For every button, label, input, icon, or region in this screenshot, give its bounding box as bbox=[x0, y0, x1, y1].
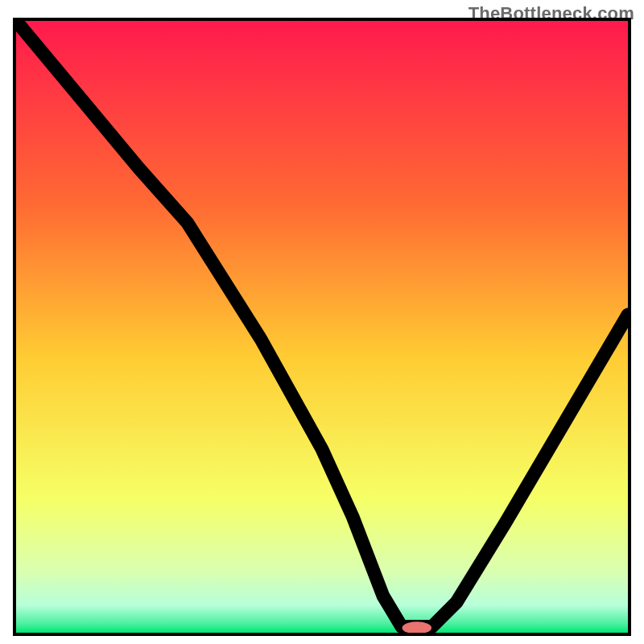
chart-frame bbox=[13, 18, 631, 636]
chart-stage: TheBottleneck.com bbox=[0, 0, 644, 644]
chart-svg bbox=[16, 21, 628, 633]
chart-background bbox=[16, 21, 628, 633]
